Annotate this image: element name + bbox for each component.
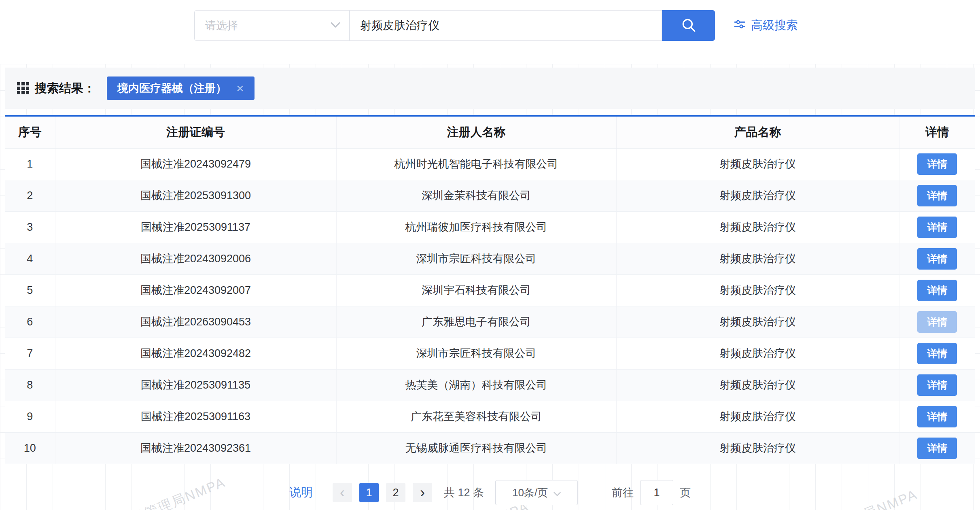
table-row: 7国械注准20243092482深圳市宗匠科技有限公司射频皮肤治疗仪详情 bbox=[5, 338, 975, 369]
cell-reg-no: 国械注准20253091135 bbox=[55, 369, 336, 401]
page-size-label: 10条/页 bbox=[512, 486, 548, 500]
detail-button[interactable]: 详情 bbox=[917, 311, 957, 333]
cell-reg-no: 国械注准20243092482 bbox=[55, 338, 336, 369]
cell-product: 射频皮肤治疗仪 bbox=[616, 148, 899, 180]
cell-reg-no: 国械注准20263090453 bbox=[55, 306, 336, 338]
cell-product: 射频皮肤治疗仪 bbox=[616, 180, 899, 211]
detail-button[interactable]: 详情 bbox=[917, 248, 957, 270]
cell-registrant: 深圳市宗匠科技有限公司 bbox=[336, 338, 616, 369]
cell-product: 射频皮肤治疗仪 bbox=[616, 306, 899, 338]
detail-button[interactable]: 详情 bbox=[917, 153, 957, 175]
cell-product: 射频皮肤治疗仪 bbox=[616, 369, 899, 401]
total-count-label: 共 12 条 bbox=[444, 485, 484, 500]
table-row: 8国械注准20253091135热芙美（湖南）科技有限公司射频皮肤治疗仪详情 bbox=[5, 369, 975, 401]
search-bar: 请选择 bbox=[194, 10, 715, 41]
table-header-row: 序号 注册证编号 注册人名称 产品名称 详情 bbox=[5, 117, 975, 148]
cell-reg-no: 国械注准20243092006 bbox=[55, 243, 336, 274]
goto-prefix-label: 前往 bbox=[612, 485, 634, 500]
results-table: 序号 注册证编号 注册人名称 产品名称 详情 1国械注准20243092479杭… bbox=[5, 115, 975, 464]
cell-detail: 详情 bbox=[899, 180, 975, 211]
cell-product: 射频皮肤治疗仪 bbox=[616, 401, 899, 432]
table-row: 5国械注准20243092007深圳宇石科技有限公司射频皮肤治疗仪详情 bbox=[5, 274, 975, 306]
cell-no: 2 bbox=[5, 180, 55, 211]
filter-tag-domestic-registered[interactable]: 境内医疗器械（注册） × bbox=[107, 76, 255, 100]
cell-reg-no: 国械注准20253091137 bbox=[55, 211, 336, 243]
cell-no: 9 bbox=[5, 401, 55, 432]
cell-no: 1 bbox=[5, 148, 55, 180]
goto-page-input[interactable] bbox=[640, 480, 673, 505]
page-button-1[interactable]: 1 bbox=[359, 483, 379, 502]
detail-button[interactable]: 详情 bbox=[917, 217, 957, 238]
advanced-search-link[interactable]: 高级搜索 bbox=[733, 10, 798, 41]
results-bar: 搜索结果： 境内医疗器械（注册） × bbox=[5, 68, 975, 109]
cell-no: 6 bbox=[5, 306, 55, 338]
table-row: 6国械注准20263090453广东雅思电子有限公司射频皮肤治疗仪详情 bbox=[5, 306, 975, 338]
cell-registrant: 无锡威脉通医疗科技有限公司 bbox=[336, 432, 616, 464]
category-select[interactable]: 请选择 bbox=[194, 10, 350, 41]
cell-reg-no: 国械注准20243092361 bbox=[55, 432, 336, 464]
filter-sliders-icon bbox=[733, 18, 746, 34]
detail-button[interactable]: 详情 bbox=[917, 438, 957, 459]
results-label: 搜索结果： bbox=[35, 80, 95, 97]
close-icon[interactable]: × bbox=[236, 82, 244, 95]
cell-product: 射频皮肤治疗仪 bbox=[616, 338, 899, 369]
table-row: 3国械注准20253091137杭州瑞彼加医疗科技有限公司射频皮肤治疗仪详情 bbox=[5, 211, 975, 243]
table-row: 4国械注准20243092006深圳市宗匠科技有限公司射频皮肤治疗仪详情 bbox=[5, 243, 975, 274]
cell-no: 3 bbox=[5, 211, 55, 243]
cell-registrant: 杭州时光机智能电子科技有限公司 bbox=[336, 148, 616, 180]
cell-registrant: 广东雅思电子有限公司 bbox=[336, 306, 616, 338]
cell-detail: 详情 bbox=[899, 338, 975, 369]
detail-button[interactable]: 详情 bbox=[917, 185, 957, 206]
cell-no: 7 bbox=[5, 338, 55, 369]
cell-detail: 详情 bbox=[899, 274, 975, 306]
cell-registrant: 热芙美（湖南）科技有限公司 bbox=[336, 369, 616, 401]
detail-button[interactable]: 详情 bbox=[917, 374, 957, 396]
goto-page: 前往 页 bbox=[612, 480, 691, 505]
cell-detail: 详情 bbox=[899, 243, 975, 274]
table-row: 1国械注准20243092479杭州时光机智能电子科技有限公司射频皮肤治疗仪详情 bbox=[5, 148, 975, 180]
col-header-registrant: 注册人名称 bbox=[336, 117, 616, 148]
col-header-index: 序号 bbox=[5, 117, 55, 148]
cell-registrant: 深圳市宗匠科技有限公司 bbox=[336, 243, 616, 274]
cell-reg-no: 国械注准20253091300 bbox=[55, 180, 336, 211]
detail-button[interactable]: 详情 bbox=[917, 406, 957, 427]
col-header-product: 产品名称 bbox=[616, 117, 899, 148]
cell-reg-no: 国械注准20253091163 bbox=[55, 401, 336, 432]
table-row: 10国械注准20243092361无锡威脉通医疗科技有限公司射频皮肤治疗仪详情 bbox=[5, 432, 975, 464]
cell-detail: 详情 bbox=[899, 306, 975, 338]
search-button[interactable] bbox=[662, 10, 715, 41]
detail-button[interactable]: 详情 bbox=[917, 343, 957, 364]
cell-detail: 详情 bbox=[899, 211, 975, 243]
prev-page-button[interactable]: ‹ bbox=[333, 483, 352, 502]
category-select-placeholder: 请选择 bbox=[205, 18, 238, 33]
col-header-reg-no: 注册证编号 bbox=[55, 117, 336, 148]
cell-detail: 详情 bbox=[899, 401, 975, 432]
cell-registrant: 广东花至美容科技有限公司 bbox=[336, 401, 616, 432]
chevron-down-icon bbox=[331, 22, 340, 30]
cell-detail: 详情 bbox=[899, 148, 975, 180]
cell-detail: 详情 bbox=[899, 432, 975, 464]
advanced-search-label: 高级搜索 bbox=[751, 17, 798, 34]
filter-tag-label: 境内医疗器械（注册） bbox=[117, 81, 227, 96]
grid-icon bbox=[17, 82, 29, 94]
table-row: 2国械注准20253091300深圳金茉科技有限公司射频皮肤治疗仪详情 bbox=[5, 180, 975, 211]
detail-button[interactable]: 详情 bbox=[917, 280, 957, 301]
cell-product: 射频皮肤治疗仪 bbox=[616, 243, 899, 274]
goto-suffix-label: 页 bbox=[680, 485, 691, 500]
cell-product: 射频皮肤治疗仪 bbox=[616, 274, 899, 306]
cell-no: 4 bbox=[5, 243, 55, 274]
cell-product: 射频皮肤治疗仪 bbox=[616, 211, 899, 243]
cell-reg-no: 国械注准20243092479 bbox=[55, 148, 336, 180]
search-icon bbox=[680, 17, 697, 35]
page-size-select[interactable]: 10条/页 bbox=[495, 480, 578, 505]
cell-product: 射频皮肤治疗仪 bbox=[616, 432, 899, 464]
table-row: 9国械注准20253091163广东花至美容科技有限公司射频皮肤治疗仪详情 bbox=[5, 401, 975, 432]
search-input[interactable] bbox=[350, 10, 662, 41]
cell-no: 10 bbox=[5, 432, 55, 464]
note-link[interactable]: 说明 bbox=[289, 484, 313, 501]
pagination: 说明 ‹ 1 2 › 共 12 条 10条/页 前往 页 bbox=[0, 480, 980, 505]
cell-registrant: 深圳金茉科技有限公司 bbox=[336, 180, 616, 211]
page-button-2[interactable]: 2 bbox=[386, 483, 405, 502]
table-body: 1国械注准20243092479杭州时光机智能电子科技有限公司射频皮肤治疗仪详情… bbox=[5, 148, 975, 464]
next-page-button[interactable]: › bbox=[413, 483, 432, 502]
